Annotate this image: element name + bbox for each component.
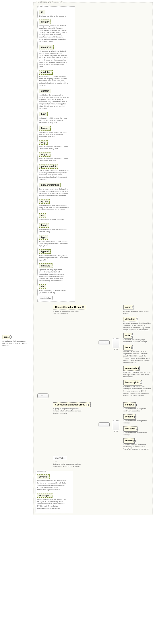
any-other-attr: any ##other [39, 296, 53, 300]
element-box[interactable]: broader+ [123, 414, 136, 419]
attribute-name[interactable]: pubconstraint [39, 164, 58, 169]
plus-icon[interactable]: + [135, 404, 137, 406]
element-box[interactable]: sameAs+ [123, 402, 136, 407]
attribute-desc: The type of the concept assigned as cont… [39, 240, 69, 247]
attribute-desc: Indicates by which means the value was e… [39, 117, 69, 124]
plus-icon[interactable]: + [131, 346, 133, 348]
element-desc: In NAR 1.8 and later, 'facet' is depreca… [123, 350, 151, 364]
attribute-desc: A concept identifier expressed as a stri… [39, 204, 69, 211]
attribute-item: whyuri Why the metadata has been include… [39, 152, 74, 162]
element-item: name+ A natural language name for the co… [123, 305, 151, 314]
element-item: sameAs+ An identifier of a concept with … [123, 402, 151, 412]
element-desc: A natural language name for the concept. [123, 310, 151, 314]
attribute-name[interactable]: typeuri [39, 249, 51, 254]
root-element[interactable]: signal − [2, 335, 11, 339]
attribute-item: qcode A concept identifier expressed as … [39, 199, 74, 211]
attribute-item: dir The directionality of textual conten… [39, 284, 74, 294]
element-box[interactable]: name+ [123, 305, 133, 310]
choice-compositor [113, 338, 119, 348]
plus-icon[interactable]: + [140, 382, 142, 384]
attribute-name[interactable]: severity [37, 474, 50, 479]
attribute-name[interactable]: how [39, 112, 48, 116]
attribute-name[interactable]: xml:lang [39, 263, 52, 268]
attribute-name[interactable]: pubconstrainturi [39, 183, 61, 187]
element-item: note+ Additional natural language inform… [123, 333, 151, 343]
cardinality: 0..∞ [113, 349, 119, 351]
attribute-item: how Indicates by which means the value w… [39, 112, 74, 124]
minus-icon[interactable]: − [87, 404, 89, 406]
element-box[interactable]: facet+ [123, 345, 133, 350]
plus-icon[interactable]: + [136, 318, 138, 320]
root-desc: An instruction to the processor that the… [2, 340, 29, 346]
attribute-name[interactable]: creator [39, 20, 51, 24]
ext-suffix: (extension) [52, 1, 62, 3]
attribute-desc: If the property value is not defined, sp… [39, 25, 69, 42]
attribute-desc: A URI which identifies a concept. [39, 218, 69, 221]
attribute-desc: The directionality of textual content (e… [39, 290, 69, 294]
attribute-item: xml:lang Specifies the language of this … [39, 263, 74, 282]
attribute-name[interactable]: type [39, 235, 48, 240]
group-def-desc: A group of properties required to define… [53, 310, 83, 314]
attribute-name[interactable]: id [39, 10, 45, 14]
attribute-item: pubconstraint One or many constraints th… [39, 164, 74, 180]
element-box[interactable]: note+ [123, 333, 132, 338]
element-desc: Represents the position of a concept in … [123, 386, 151, 396]
attribute-name[interactable]: uri [39, 213, 46, 218]
element-box[interactable]: definition+ [123, 317, 137, 322]
attribute-desc: The type of the concept assigned as cont… [39, 254, 69, 261]
element-item: definition+ A natural language definitio… [123, 317, 151, 331]
element-desc: A related concept, where the relationshi… [123, 444, 151, 450]
plus-icon[interactable]: + [136, 428, 138, 430]
attribute-name[interactable]: custom [39, 89, 51, 93]
cardinality: 0..∞ [113, 431, 119, 433]
element-box[interactable]: hierarchyInfo+ [123, 380, 141, 385]
group-rel-name: ConceptRelationshipsGroup [55, 404, 85, 406]
attribute-name[interactable]: why [39, 140, 48, 145]
element-desc: Additional natural language information … [123, 338, 151, 343]
attribute-item: why Why the metadata has been included -… [39, 140, 74, 150]
attribute-item: howuri Indicates by which means the valu… [39, 126, 74, 138]
group-def-name: ConceptDefinitionGroup [55, 306, 81, 308]
attribute-name[interactable]: whyuri [39, 152, 50, 157]
minus-icon[interactable]: − [9, 336, 11, 338]
attributes-label-2: attributes [37, 470, 46, 472]
attribute-desc: Indicates by which means the value was e… [39, 131, 69, 138]
minus-icon[interactable]: − [82, 306, 84, 308]
element-desc: A natural language definition of the sem… [123, 322, 151, 331]
attribute-name[interactable]: literal [39, 223, 49, 228]
attribute-name[interactable]: severityuri [37, 493, 52, 498]
element-box[interactable]: related+ [123, 438, 135, 443]
attribute-desc: One or many constraints that apply to pu… [39, 188, 69, 197]
plus-icon[interactable]: + [131, 334, 133, 336]
sequence-compositor [99, 422, 110, 427]
attribute-name[interactable]: modified [39, 70, 53, 75]
attribute-name[interactable]: qcode [39, 199, 50, 204]
attribute-desc: Indicates how severe the impact from the… [37, 498, 67, 510]
concept-definition-group[interactable]: ConceptDefinitionGroup − [53, 305, 86, 310]
group-rel-desc: A group of properties required to indica… [53, 408, 83, 414]
concept-relationships-group[interactable]: ConceptRelationshipsGroup − [53, 402, 91, 407]
element-item: broader+ An identifier of a more generic… [123, 414, 151, 424]
plus-icon[interactable]: + [138, 367, 140, 369]
attribute-desc: The date (and, optionally, the time) whe… [39, 75, 69, 86]
attributes-group: attributes id The local identifier of th… [37, 6, 75, 302]
element-box[interactable]: narrower+ [123, 426, 137, 431]
element-box[interactable]: remoteInfo+ [123, 366, 139, 371]
attribute-item: pubconstrainturi One or many constraints… [39, 183, 74, 197]
attributes-group-2: attributes severity Indicates how severe… [35, 471, 73, 513]
attribute-desc: Why the metadata has been included - exp… [39, 146, 69, 150]
element-desc: An identifier of a more specific concept… [123, 432, 151, 436]
plus-icon[interactable]: + [132, 306, 134, 308]
attribute-desc: One or many constraints that apply to pu… [39, 169, 69, 180]
attribute-name[interactable]: creatoruri [39, 45, 54, 50]
attribute-item: severity Indicates how severe the impact… [37, 474, 71, 491]
attribute-item: modified The date (and, optionally, the … [39, 70, 74, 86]
attribute-item: custom If set to true the corresponding … [39, 89, 74, 110]
attribute-desc: A concept identifier expressed as a free… [39, 228, 69, 233]
attribute-name[interactable]: dir [39, 284, 46, 289]
plus-icon[interactable]: + [134, 416, 136, 418]
plus-icon[interactable]: + [134, 440, 136, 442]
attribute-name[interactable]: howuri [39, 126, 51, 130]
attribute-desc: Why the metadata has been included - exp… [39, 158, 69, 162]
attribute-desc: The local identifier of the property. [39, 15, 69, 17]
